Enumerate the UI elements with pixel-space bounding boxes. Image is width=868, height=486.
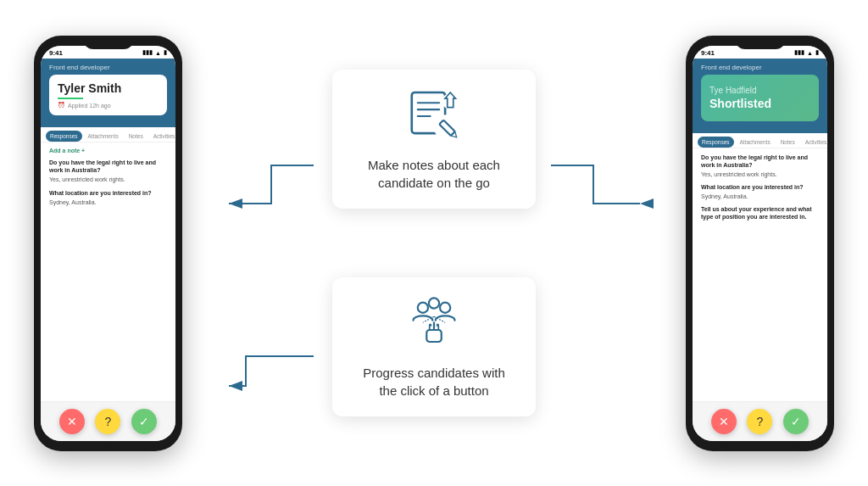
left-phone-screen: 9:41 ▮▮▮ ▲ ▮ Front end developer Tyler S…	[41, 46, 175, 441]
svg-point-8	[418, 303, 428, 313]
clock-icon-left: ⏰	[58, 102, 65, 109]
tab-attachments-right[interactable]: Attachments	[736, 137, 775, 148]
status-time-left: 9:41	[49, 49, 63, 57]
wifi-icon-right: ▲	[807, 50, 813, 56]
middle-panel: Make notes about each candidate on the g…	[315, 36, 553, 451]
right-phone-tabs: Responses Attachments Notes Activities	[693, 133, 827, 148]
question-button-right[interactable]: ?	[747, 409, 772, 434]
feature-bottom-text: Progress candidates with the click of a …	[353, 364, 515, 399]
phone-notch-right	[735, 36, 786, 49]
right-phone-header: Front end developer Tye Hadfield Shortli…	[693, 59, 827, 133]
tab-responses-right[interactable]: Responses	[698, 137, 734, 148]
left-candidate-name: Tyler Smith	[58, 81, 159, 96]
right-phone: 9:41 ▮▮▮ ▲ ▮ Front end developer Tye Had…	[686, 36, 834, 451]
tab-responses-left[interactable]: Responses	[46, 131, 82, 142]
status-time-right: 9:41	[701, 49, 715, 57]
left-phone-tabs: Responses Attachments Notes Activities	[41, 127, 175, 142]
left-phone-header: Front end developer Tyler Smith ⏰ Applie…	[41, 59, 175, 128]
svg-point-4	[435, 115, 459, 139]
right-shortlisted-card: Tye Hadfield Shortlisted	[701, 75, 819, 121]
notes-icon	[404, 87, 464, 146]
answer-1-left: Yes, unrestricted work rights.	[49, 176, 167, 183]
tab-notes-left[interactable]: Notes	[125, 131, 147, 142]
question-2-left: What location are you interested in?	[49, 189, 167, 197]
tab-activities-left[interactable]: Activities	[149, 131, 175, 142]
right-candidate-name: Tye Hadfield	[709, 86, 810, 95]
tab-activities-right[interactable]: Activities	[801, 137, 827, 148]
add-note-button[interactable]: Add a note +	[49, 148, 167, 154]
reject-button-left[interactable]: ✕	[59, 409, 85, 434]
svg-rect-11	[426, 330, 442, 342]
left-phone-actions: ✕ ? ✓	[41, 401, 175, 441]
right-phone-screen: 9:41 ▮▮▮ ▲ ▮ Front end developer Tye Had…	[693, 46, 827, 441]
right-header-title: Front end developer	[701, 64, 819, 71]
answer-2-right: Sydney, Australia.	[701, 193, 819, 200]
right-phone-content: Do you have the legal right to live and …	[693, 148, 827, 401]
status-icons-left: ▮▮▮ ▲ ▮	[142, 49, 167, 56]
reject-button-right[interactable]: ✕	[711, 409, 737, 434]
accept-button-left[interactable]: ✓	[131, 409, 157, 434]
accept-button-right[interactable]: ✓	[783, 409, 809, 434]
feature-card-top: Make notes about each candidate on the g…	[332, 70, 536, 209]
left-phone: 9:41 ▮▮▮ ▲ ▮ Front end developer Tyler S…	[34, 36, 182, 451]
tab-notes-right[interactable]: Notes	[776, 137, 799, 148]
feature-top-text: Make notes about each candidate on the g…	[353, 156, 515, 192]
progress-icon	[404, 294, 464, 354]
feature-card-bottom: Progress candidates with the click of a …	[332, 277, 536, 416]
tab-attachments-left[interactable]: Attachments	[84, 131, 123, 142]
left-phone-content: Add a note + Do you have the legal right…	[41, 142, 175, 400]
left-candidate-underline	[58, 98, 83, 99]
question-button-left[interactable]: ?	[95, 409, 120, 434]
svg-point-10	[429, 298, 439, 308]
question-3-right: Tell us about your experience and what t…	[701, 205, 819, 221]
phone-notch-left	[83, 36, 134, 49]
answer-1-right: Yes, unrestricted work rights.	[701, 170, 819, 178]
signal-icon-right: ▮▮▮	[794, 49, 804, 56]
status-icons-right: ▮▮▮ ▲ ▮	[794, 49, 819, 56]
scene: 9:41 ▮▮▮ ▲ ▮ Front end developer Tyler S…	[0, 0, 868, 486]
battery-icon: ▮	[164, 49, 167, 56]
left-candidate-card: Tyler Smith ⏰ Applied 12h ago	[49, 75, 167, 116]
question-1-right: Do you have the legal right to live and …	[701, 154, 819, 169]
battery-icon-right: ▮	[815, 49, 819, 56]
left-candidate-applied: ⏰ Applied 12h ago	[58, 102, 159, 109]
shortlisted-badge: Shortlisted	[709, 97, 810, 110]
right-phone-actions: ✕ ? ✓	[693, 401, 827, 441]
question-1-left: Do you have the legal right to live and …	[49, 159, 167, 174]
svg-point-9	[440, 303, 450, 313]
question-2-right: What location are you interested in?	[701, 183, 819, 191]
left-header-title: Front end developer	[49, 64, 167, 71]
signal-icon: ▮▮▮	[142, 49, 153, 56]
answer-2-left: Sydney, Australia.	[49, 198, 167, 206]
wifi-icon: ▲	[155, 50, 161, 56]
